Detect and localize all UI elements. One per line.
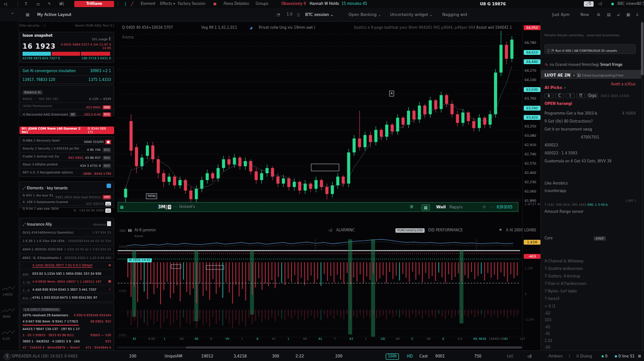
right-panel-scrollbar[interactable]	[641, 21, 644, 350]
insight-row[interactable]: Get AI convergence insulation30903 +2 1	[20, 67, 114, 75]
nodes-icon[interactable]: ⚌	[36, 0, 40, 8]
statusbar-item[interactable]: HD	[407, 351, 413, 361]
menu-item-2[interactable]: Effects ▾	[160, 0, 175, 8]
dropdown-nagging[interactable]: Nagging wid	[442, 8, 467, 21]
statusbar-item[interactable]: 300	[272, 351, 279, 361]
mini-button-π[interactable]: Π	[576, 93, 585, 98]
insurance-row[interactable]: 1 E,39 1 1 0 33ss 534 (934: 19340393344,…	[20, 237, 114, 245]
news-row[interactable]: 107% resolved 29 Easterners4 930 0 93934…	[20, 312, 114, 319]
watch-list-item[interactable]: 7 here(4	[544, 297, 560, 301]
ai-picks-row[interactable]: Al Picks ✓Avett a s(X)us	[544, 82, 636, 91]
user-icon[interactable]: ⅄	[636, 8, 639, 21]
red-pen-icon[interactable]: ╱	[131, 0, 133, 8]
core-chip[interactable]: p4p0	[594, 236, 606, 241]
order-row[interactable]: Cradle 2 Animal riot 2w943 5933, 43 98 0…	[20, 152, 114, 160]
layout-grid-icon[interactable]: ▦	[26, 8, 30, 21]
symbol-selector[interactable]: BTC session ⌄	[305, 8, 334, 21]
circle-badge-icon[interactable]: ⑨	[410, 203, 414, 211]
menu-item-1[interactable]: Element	[141, 0, 155, 8]
news-row[interactable]: A4415 ? 9047 134-137 · 197 93 1 1734-1 0…	[20, 326, 114, 332]
ticker-row[interactable]: 600 033 02 5,1334 593 1 5934 0301 337,34…	[20, 269, 114, 277]
statusbar-item[interactable]: SPREADER.AL4 (39) 14:021 0-0403	[12, 351, 77, 361]
watch-list-item[interactable]: 7-Trak-in 4/7widescreen	[544, 282, 586, 286]
detail-row[interactable]: 400023	[544, 143, 636, 147]
back-icon[interactable]: «|	[4, 0, 8, 8]
detail-row[interactable]: Programme-Get a few 3003-b4 %004	[544, 111, 636, 115]
ticker-row[interactable]: 2,,-9 4 A50 930 9334 0343 3 3937 3 441 7…	[20, 285, 114, 293]
candlestick-chart[interactable]	[117, 29, 522, 203]
detail-row[interactable]: A00023 · 1 4 5093	[544, 151, 636, 155]
statusbar-item[interactable]: 3,4218	[234, 351, 247, 361]
pen-icon[interactable]: ✎	[48, 0, 51, 8]
alert-banner[interactable]: 97: JOAN COM 9mm (40 Genmar 2 941G 9344 …	[19, 127, 114, 134]
scrollbar-thumb[interactable]	[186, 346, 522, 349]
brand-logo[interactable]: S	[4, 353, 11, 360]
speaker-icon[interactable]: ◁)	[527, 351, 532, 361]
statusbar-item[interactable]: S1	[630, 351, 635, 361]
insurance-row[interactable]: G(X)j 4343400mm(s)/ Dammit(s) 344334.441…	[20, 228, 114, 237]
layout-name[interactable]: My Active Layout	[37, 8, 71, 21]
mini-button-b[interactable]: b	[544, 93, 553, 98]
phone-icon[interactable]: ▯	[297, 8, 299, 21]
expand-button[interactable]: E	[107, 37, 111, 41]
statusbar-item[interactable]: 2:22	[295, 351, 304, 361]
center-label[interactable]: ALARMINC	[336, 228, 355, 232]
ticker-row[interactable]: R)4,-1 4741 1 033 0310 0473 1 939 034130…	[20, 293, 114, 301]
detail-row[interactable]: 9 Get (0t/) 80 Distractions?	[544, 119, 636, 123]
chart-annotation-box[interactable]	[311, 164, 339, 171]
watch-list-item[interactable]: 7-Gutters, 4-brickup	[544, 274, 580, 278]
pin-icon[interactable]: Ŧ	[25, 0, 27, 8]
chart-annotation[interactable]: TATA|	[146, 193, 157, 199]
statusbar-item[interactable]: 100h	[386, 351, 399, 361]
menu-item-debates[interactable]: Alexa Debates	[223, 0, 249, 8]
detail-row[interactable]: 4700(70)1	[544, 135, 636, 139]
mode-badge[interactable]: |A|	[59, 0, 64, 8]
section-tab-bar[interactable]: LI/OT 4E 2N 0 Li Timed Soundproofing/Tim…	[541, 70, 641, 79]
volume-delta-chart[interactable]: 300010001005	[117, 237, 522, 345]
right-menu-just[interactable]: Just 4pm	[552, 8, 570, 21]
purchases-chip[interactable]: PURCHASES/200	[395, 228, 425, 233]
apps-grid-icon[interactable]: ⊞	[638, 351, 641, 361]
window-chip-button[interactable]: ⤢5	[584, 1, 594, 7]
insurance-row[interactable]: A944 1 (93433) 4333 0341 034) 43 03 A) 1…	[20, 245, 114, 253]
news-row[interactable]: 1 · 03 3 93933 · 3933 93 98 9/1193003 — …	[20, 332, 114, 338]
order-row[interactable]: Gravity 2 Security | 4 034334 po 9mm-5-2…	[20, 144, 114, 152]
ticker-row[interactable]: 4 1mm 30318, 9077 7 01 4 9 3 30mph❖	[20, 261, 114, 269]
menu-item-groups[interactable]: Groups	[256, 0, 268, 8]
statusbar-item[interactable]: Cast	[419, 351, 428, 361]
statusbar-item[interactable]: /	[569, 351, 570, 361]
statusbar-item[interactable]: 750	[474, 351, 481, 361]
statusbar-item[interactable]: (st)	[507, 351, 513, 361]
element-row[interactable]: G 9 04 7 was sow 3934G : 134 04 94 3494▭	[20, 205, 114, 212]
chart-h-scrollbar[interactable]	[117, 346, 522, 349]
statusbar-item[interactable]: 19012	[201, 351, 213, 361]
statusbar-item[interactable]: 9001	[435, 351, 445, 361]
news-row[interactable]: 47 · 334433 4 · 9mm49879 — 9mm7973344334…	[20, 345, 114, 351]
mini-button-grps[interactable]: Grps	[587, 93, 598, 98]
watch-list-item[interactable]: 7-Nylon- turf table	[544, 289, 577, 293]
speaker-icon[interactable]: ◁)	[598, 0, 602, 8]
quick-run-row[interactable]: ▯ ◔ Run 0 400 / AB CONTINUOUS GI vessels	[544, 44, 636, 54]
insight-row[interactable]: 13917, 76833 1201375 1,4333	[20, 75, 114, 84]
menu-item-3[interactable]: Factory Session	[178, 0, 205, 8]
indicator-label[interactable]: AI-9 jammin	[134, 228, 156, 232]
mini-button-c[interactable]: C	[555, 93, 564, 98]
statusbar-item[interactable]: 0 line	[615, 351, 629, 361]
statusbar-item[interactable]: A Dialog	[576, 351, 592, 361]
grid-icon[interactable]: ▦	[626, 8, 630, 21]
statusbar-item[interactable]: 100	[129, 351, 136, 361]
detail-row[interactable]: Get it on tournament swag	[544, 127, 636, 131]
screenshot-icon[interactable]: ▣	[213, 0, 217, 8]
order-row[interactable]: Glass 3 Affable protest434 3 4731 9943	[20, 160, 114, 168]
primary-action-button[interactable]: Trilliane	[74, 1, 114, 7]
dropdown-uncertainty-widget[interactable]: Uncertainty widget ⌄	[390, 8, 433, 21]
order-row[interactable]: GET U.S. 2 Navigateable options0898 . 94…	[20, 168, 114, 176]
statusbar-item[interactable]: 0	[602, 351, 607, 361]
expand-icon[interactable]: ⤢	[23, 222, 27, 227]
statusbar-item[interactable]: UnipolAM	[165, 351, 182, 361]
expand-icon[interactable]: ⤢	[23, 186, 27, 190]
mini-button-i[interactable]: I	[566, 93, 575, 98]
right-scroll-thumb[interactable]	[641, 22, 644, 75]
ticker-row[interactable]: 3, 50 4 9 0930 9mm, 0934 19037 1 1 10031…	[20, 277, 114, 285]
layout-icon[interactable]: ▤	[607, 8, 611, 21]
